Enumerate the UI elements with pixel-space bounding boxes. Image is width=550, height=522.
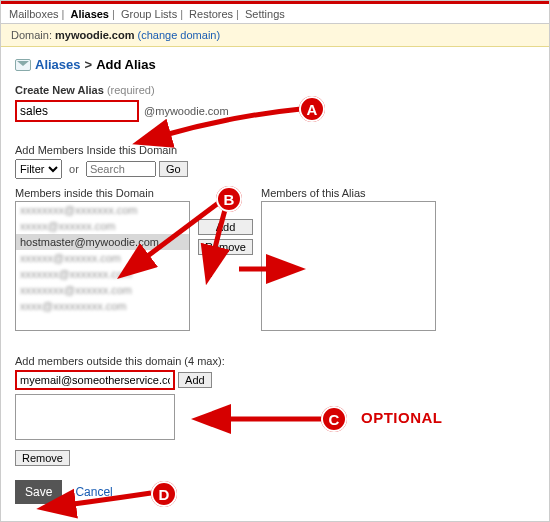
right-list-label: Members of this Alias bbox=[261, 187, 436, 199]
create-alias-title: Create New Alias (required) bbox=[15, 84, 535, 96]
crumb-add-alias: Add Alias bbox=[96, 57, 155, 72]
outside-title: Add members outside this domain (4 max): bbox=[15, 355, 535, 367]
tab-settings[interactable]: Settings bbox=[245, 8, 285, 20]
tabs-bar: Mailboxes| Aliases| Group Lists| Restore… bbox=[1, 4, 549, 24]
crumb-arrow: > bbox=[85, 57, 93, 72]
domain-label: Domain: bbox=[11, 29, 52, 41]
list-item[interactable]: hostmaster@mywoodie.com bbox=[16, 234, 189, 250]
left-list-label: Members inside this Domain bbox=[15, 187, 190, 199]
remove-member-button[interactable]: Remove bbox=[198, 239, 253, 255]
add-member-button[interactable]: Add bbox=[198, 219, 253, 235]
domain-members-list[interactable]: xxxxxxxx@xxxxxxx.comxxxxx@xxxxxx.comhost… bbox=[15, 201, 190, 331]
go-button[interactable]: Go bbox=[159, 161, 188, 177]
cancel-link[interactable]: Cancel bbox=[75, 485, 112, 499]
required-label: (required) bbox=[107, 84, 155, 96]
list-item[interactable]: xxxxxx@xxxxxx.com bbox=[16, 250, 189, 266]
list-item[interactable]: xxxxxxxx@xxxxxx.com bbox=[16, 282, 189, 298]
outside-add-button[interactable]: Add bbox=[178, 372, 212, 388]
list-item[interactable]: xxxx@xxxxxxxxx.com bbox=[16, 298, 189, 314]
list-item[interactable]: xxxxxxxx@xxxxxxx.com bbox=[16, 202, 189, 218]
outside-remove-button[interactable]: Remove bbox=[15, 450, 70, 466]
save-button[interactable]: Save bbox=[15, 480, 62, 504]
or-label: or bbox=[69, 163, 79, 175]
crumb-aliases[interactable]: Aliases bbox=[35, 57, 81, 72]
tab-restores[interactable]: Restores bbox=[189, 8, 233, 20]
alias-members-list[interactable] bbox=[261, 201, 436, 331]
alias-name-input[interactable] bbox=[15, 100, 139, 122]
list-item[interactable]: xxxxx@xxxxxx.com bbox=[16, 218, 189, 234]
outside-members-list[interactable] bbox=[15, 394, 175, 440]
alias-at-domain: @mywoodie.com bbox=[144, 105, 229, 117]
tab-grouplists[interactable]: Group Lists bbox=[121, 8, 177, 20]
tab-mailboxes[interactable]: Mailboxes bbox=[9, 8, 59, 20]
change-domain-link[interactable]: (change domain) bbox=[138, 29, 221, 41]
list-item[interactable]: xxxxxxx@xxxxxxx.com bbox=[16, 266, 189, 282]
domain-value: mywoodie.com bbox=[55, 29, 134, 41]
search-input[interactable] bbox=[86, 161, 156, 177]
add-members-title: Add Members Inside this Domain bbox=[15, 144, 535, 156]
breadcrumb: Aliases > Add Alias bbox=[15, 57, 535, 72]
tab-aliases[interactable]: Aliases bbox=[70, 8, 109, 20]
filter-select[interactable]: Filter bbox=[15, 159, 62, 179]
domain-bar: Domain: mywoodie.com (change domain) bbox=[1, 24, 549, 47]
outside-email-input[interactable] bbox=[15, 370, 175, 390]
mail-icon bbox=[15, 59, 31, 71]
